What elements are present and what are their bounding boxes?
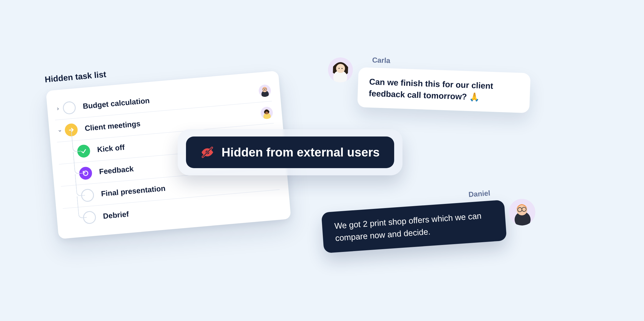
chat-sender-name: Carla [372,56,531,70]
hidden-banner: Hidden from external users [178,129,402,175]
avatar-daniel[interactable] [508,198,536,226]
hidden-banner-inner: Hidden from external users [186,137,394,168]
status-circle-empty[interactable] [62,101,76,115]
chat-bubble[interactable]: We got 2 print shop offers which we can … [321,200,507,253]
avatar-carla[interactable] [328,57,353,83]
chat-message-carla: Carla Can we finish this for our client … [357,55,531,113]
chevron-down-icon[interactable] [56,128,64,133]
chevron-right-icon[interactable] [54,107,62,111]
chat-bubble[interactable]: Can we finish this for our client feedba… [357,67,531,113]
chat-message-daniel: Daniel We got 2 print shop offers which … [320,188,507,253]
eye-off-icon [200,145,214,159]
hidden-banner-text: Hidden from external users [222,145,380,159]
